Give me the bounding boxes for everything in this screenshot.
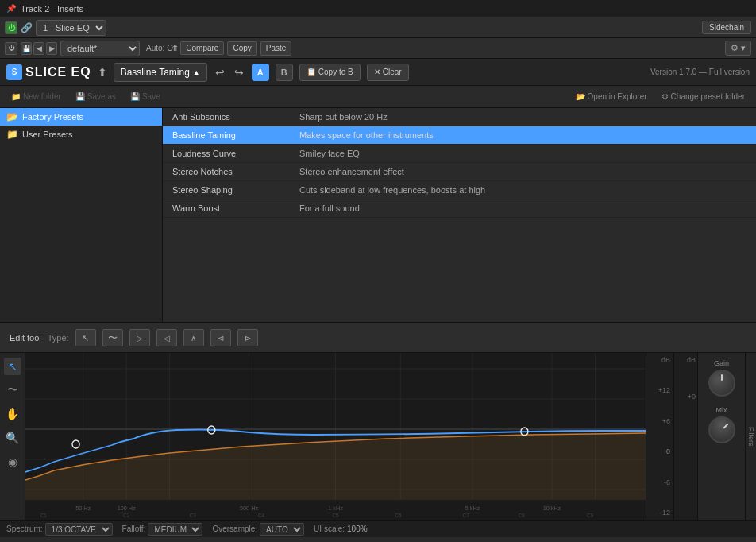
save-icon: 💾 xyxy=(130,92,140,101)
preset-row[interactable]: Anti SubsonicsSharp cut below 20 Hz xyxy=(163,108,756,126)
eq-tool-wave[interactable]: 〜 xyxy=(4,381,21,399)
mix-knob-group: Mix xyxy=(708,406,735,443)
eq-svg: 50 Hz 100 Hz 500 Hz 1 kHz 5 kHz 10 kHz C… xyxy=(25,353,646,520)
preset-row[interactable]: Warm BoostFor a full sound xyxy=(163,199,756,218)
ui-scale-label: UI scale: xyxy=(314,525,345,533)
preset-desc-cell: Smiley face EQ xyxy=(299,149,746,158)
sidebar-item-factory-presets[interactable]: 📂 Factory Presets xyxy=(0,108,162,126)
copy-button[interactable]: Copy xyxy=(227,41,256,56)
preset-row[interactable]: Stereo ShapingCuts sideband at low frequ… xyxy=(163,181,756,199)
preset-desc-cell: Sharp cut below 20 Hz xyxy=(299,112,746,122)
tool-lowshelf-btn[interactable]: ◁ xyxy=(156,329,177,346)
redo-button[interactable]: ↪ xyxy=(233,64,245,80)
gain-mix-panel: Gain Mix xyxy=(697,353,745,520)
save-button[interactable]: 💾 Save xyxy=(125,91,165,103)
plugin-icon: S xyxy=(6,64,22,80)
tool-lowpass-btn[interactable]: ⊲ xyxy=(210,329,231,346)
falloff-label: Falloff: xyxy=(122,525,146,533)
default-preset-select[interactable]: default* xyxy=(60,41,140,56)
title-bar: 📌 Track 2 - Inserts xyxy=(0,0,756,17)
tool-bell-btn[interactable]: 〜 xyxy=(102,329,123,346)
preset-row[interactable]: Bassline TamingMakes space for other ins… xyxy=(163,126,756,145)
prev-preset-btn[interactable]: ◀ xyxy=(33,42,44,55)
preset-row[interactable]: Stereo NotchesStereo enhancement effect xyxy=(163,163,756,181)
settings-button[interactable]: ⚙ ▾ xyxy=(725,41,751,56)
current-preset-name: Bassline Taming xyxy=(121,67,190,78)
preset-sidebar: 📂 Factory Presets 📁 User Presets xyxy=(0,108,163,322)
eq-tool-zoom[interactable]: 🔍 xyxy=(4,429,21,447)
tool-tilt-btn[interactable]: ∧ xyxy=(183,329,204,346)
copy-to-b-button[interactable]: 📋 Copy to B xyxy=(299,64,361,81)
change-preset-folder-button[interactable]: ⚙ Change preset folder xyxy=(657,91,750,103)
sidebar-item-user-presets[interactable]: 📁 User Presets xyxy=(0,126,162,143)
ui-scale-status: UI scale: 100% xyxy=(314,525,367,533)
tool-select-btn[interactable]: ↖ xyxy=(75,329,96,346)
preset-row[interactable]: Loudness CurveSmiley face EQ xyxy=(163,145,756,163)
filters-side-tab[interactable]: Filters xyxy=(745,353,756,520)
save-slot-btn[interactable]: 💾 xyxy=(21,42,32,55)
eq-tools: ↖ 〜 ✋ 🔍 ◉ xyxy=(0,353,25,520)
preset-desc-cell: Stereo enhancement effect xyxy=(299,167,746,176)
spectrum-status: Spectrum: 1/3 OCTAVE xyxy=(6,523,113,536)
gain-label: Gain xyxy=(714,359,729,367)
preset-desc-cell: Makes space for other instruments xyxy=(299,130,746,140)
type-label: Type: xyxy=(48,333,69,343)
edit-tool-label: Edit tool xyxy=(10,333,41,343)
preset-name-selector[interactable]: Bassline Taming ▲ xyxy=(114,63,207,82)
browser-area: 📂 Factory Presets 📁 User Presets Anti Su… xyxy=(0,108,756,323)
ab-a-button[interactable]: A xyxy=(252,64,269,81)
preset-desc-cell: For a full sound xyxy=(299,203,746,213)
link-icon: 🔗 xyxy=(21,22,33,33)
gain-knob[interactable] xyxy=(708,370,735,397)
ab-b-button[interactable]: B xyxy=(276,64,293,81)
svg-text:1 kHz: 1 kHz xyxy=(328,505,343,512)
plugin-logo: S SLICE EQ xyxy=(6,64,91,80)
right-preset-tools: 📂 Open in Explorer ⚙ Change preset folde… xyxy=(571,91,750,103)
plugin-title: SLICE EQ xyxy=(25,65,91,79)
undo-button[interactable]: ↩ xyxy=(214,64,226,80)
auto-label: Auto: Off xyxy=(146,44,177,52)
new-folder-button[interactable]: 📁 New folder xyxy=(6,91,66,103)
open-in-explorer-button[interactable]: 📂 Open in Explorer xyxy=(571,91,652,103)
top-toolbar: ⏻ 🔗 1 - Slice EQ Sidechain xyxy=(0,17,756,38)
explorer-icon: 📂 xyxy=(576,92,585,101)
eq-tool-grab[interactable]: ✋ xyxy=(4,405,21,423)
eq-container: ↖ 〜 ✋ 🔍 ◉ xyxy=(0,353,756,520)
copy-icon: 📋 xyxy=(307,68,316,76)
mix-knob[interactable] xyxy=(702,411,740,449)
falloff-select[interactable]: MEDIUM xyxy=(148,523,202,536)
preset-name-cell: Anti Subsonics xyxy=(172,112,299,122)
compare-button[interactable]: Compare xyxy=(180,41,224,55)
eq-tool-pointer[interactable]: ↖ xyxy=(4,358,21,375)
tool-highpass-btn[interactable]: ⊳ xyxy=(237,329,258,346)
svg-text:C2: C2 xyxy=(123,513,129,518)
preset-arrow-icon: ▲ xyxy=(193,68,200,76)
eq-tool-spectrum[interactable]: ◉ xyxy=(4,453,21,470)
gain-knob-group: Gain xyxy=(708,359,735,397)
plugin-select[interactable]: 1 - Slice EQ xyxy=(36,20,106,36)
power-button[interactable]: ⏻ xyxy=(5,21,17,34)
clear-icon: ✕ xyxy=(374,68,380,76)
clear-button[interactable]: ✕ Clear xyxy=(367,64,409,81)
auto-power-btn[interactable]: ⏻ xyxy=(5,42,17,55)
tool-highshelf-btn[interactable]: ▷ xyxy=(129,329,150,346)
oversample-select[interactable]: AUTO xyxy=(260,523,304,536)
folder-settings-icon: ⚙ xyxy=(662,92,669,101)
preset-name-cell: Stereo Shaping xyxy=(172,185,299,195)
svg-text:C9: C9 xyxy=(587,513,593,518)
svg-text:100 Hz: 100 Hz xyxy=(118,505,136,512)
next-preset-btn[interactable]: ▶ xyxy=(46,42,57,55)
eq-canvas-area[interactable]: 50 Hz 100 Hz 500 Hz 1 kHz 5 kHz 10 kHz C… xyxy=(25,353,646,520)
svg-text:C1: C1 xyxy=(40,513,47,518)
mix-label: Mix xyxy=(716,406,727,414)
edit-toolbar: Edit tool Type: ↖ 〜 ▷ ◁ ∧ ⊲ ⊳ xyxy=(0,323,756,353)
settings-area: ⚙ ▾ xyxy=(725,41,751,56)
preset-desc-cell: Cuts sideband at low frequences, boosts … xyxy=(299,185,746,195)
version-text: Version 1.7.0 — Full version xyxy=(650,68,750,76)
spectrum-select[interactable]: 1/3 OCTAVE xyxy=(45,523,113,536)
sidechain-button[interactable]: Sidechain xyxy=(702,21,751,34)
filters-label: Filters xyxy=(747,427,755,447)
save-as-button[interactable]: 💾 Save as xyxy=(71,91,121,103)
paste-button[interactable]: Paste xyxy=(260,41,292,56)
db-scale-right: dB +0 xyxy=(673,353,697,520)
